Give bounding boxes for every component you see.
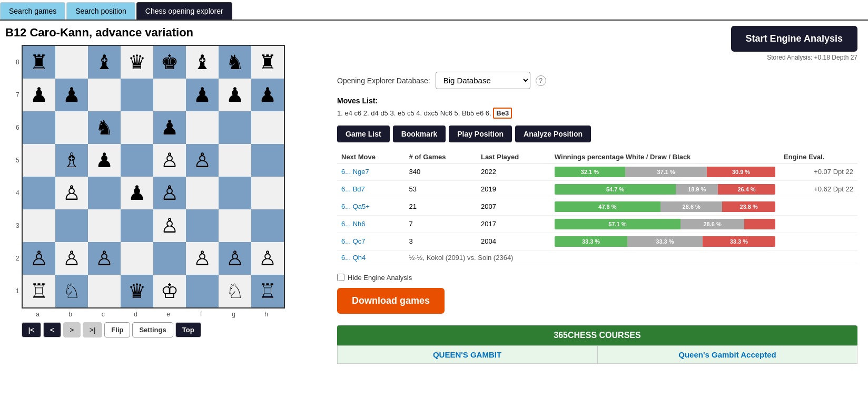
square-b7[interactable]: ♟	[55, 79, 88, 111]
square-c7[interactable]	[88, 79, 121, 111]
download-games-button[interactable]: Download games	[337, 288, 445, 314]
flip-button[interactable]: Flip	[104, 322, 130, 338]
square-a1[interactable]: ♖	[23, 275, 55, 307]
rank-label-1: 1	[16, 275, 19, 307]
first-move-button[interactable]: |<	[22, 322, 41, 338]
square-f8[interactable]: ♝	[186, 46, 219, 79]
square-a6[interactable]	[23, 111, 55, 144]
top-button[interactable]: Top	[175, 322, 201, 338]
square-c8[interactable]: ♝	[88, 46, 121, 79]
square-e2[interactable]	[153, 242, 186, 275]
square-b8[interactable]	[55, 46, 88, 79]
square-a5[interactable]	[23, 144, 55, 177]
square-d8[interactable]: ♛	[121, 46, 153, 79]
square-f1[interactable]	[186, 275, 219, 307]
square-a4[interactable]	[23, 177, 55, 209]
square-c1[interactable]	[88, 275, 121, 307]
win-bar: 57.1 % 28.6 %	[555, 219, 775, 229]
square-b5[interactable]: ♗	[55, 144, 88, 177]
square-h5[interactable]	[251, 144, 284, 177]
square-f3[interactable]	[186, 209, 219, 242]
db-select[interactable]: Big Database My Games Lichess Masters	[436, 72, 530, 89]
square-f2[interactable]: ♙	[186, 242, 219, 275]
settings-button[interactable]: Settings	[132, 322, 173, 338]
square-d3[interactable]	[121, 209, 153, 242]
square-h7[interactable]: ♟	[251, 79, 284, 111]
bookmark-button[interactable]: Bookmark	[393, 126, 446, 142]
square-g4[interactable]	[219, 177, 251, 209]
next-move-button[interactable]: >	[63, 322, 81, 338]
move-link[interactable]: 6... Qc7	[341, 237, 366, 245]
game-list-button[interactable]: Game List	[337, 126, 390, 142]
square-h1[interactable]: ♖	[251, 275, 284, 307]
hide-engine-checkbox[interactable]	[337, 274, 344, 281]
square-c5[interactable]: ♟	[88, 144, 121, 177]
course-item-queens-gambit-accepted[interactable]: Queen's Gambit Accepted	[597, 345, 857, 364]
square-e4[interactable]: ♙	[153, 177, 186, 209]
square-a8[interactable]: ♜	[23, 46, 55, 79]
special-move-link[interactable]: 6... Qh4	[341, 254, 366, 262]
square-d6[interactable]	[121, 111, 153, 144]
chess-board[interactable]: ♜ ♝ ♛ ♚ ♝ ♞ ♜ ♟ ♟	[22, 45, 285, 308]
square-b3[interactable]	[55, 209, 88, 242]
square-e1[interactable]: ♔	[153, 275, 186, 307]
special-note: ½-½, Kokol (2091) vs. Soln (2364)	[405, 250, 857, 265]
square-c4[interactable]	[88, 177, 121, 209]
moves-highlight[interactable]: Be3	[493, 108, 512, 119]
tab-search-position[interactable]: Search position	[66, 2, 135, 20]
tab-search-games[interactable]: Search games	[0, 2, 65, 20]
square-b6[interactable]	[55, 111, 88, 144]
move-link[interactable]: 6... Nge7	[341, 168, 369, 176]
start-engine-analysis-button[interactable]: Start Engine Analysis	[731, 26, 857, 52]
th-winnings: Winnings percentage White / Draw / Black	[550, 151, 780, 163]
tab-chess-opening-explorer[interactable]: Chess opening explorer	[136, 2, 232, 20]
square-e3[interactable]: ♙	[153, 209, 186, 242]
square-b1[interactable]: ♘	[55, 275, 88, 307]
square-g1[interactable]: ♘	[219, 275, 251, 307]
square-g5[interactable]	[219, 144, 251, 177]
square-g8[interactable]: ♞	[219, 46, 251, 79]
square-e5[interactable]: ♙	[153, 144, 186, 177]
move-link[interactable]: 6... Bd7	[341, 185, 365, 193]
square-c6[interactable]: ♞	[88, 111, 121, 144]
square-f6[interactable]	[186, 111, 219, 144]
square-g7[interactable]: ♟	[219, 79, 251, 111]
square-d5[interactable]	[121, 144, 153, 177]
move-link[interactable]: 6... Nh6	[341, 220, 366, 228]
analyze-position-button[interactable]: Analyze Position	[515, 126, 591, 142]
square-a2[interactable]: ♙	[23, 242, 55, 275]
square-h2[interactable]: ♙	[251, 242, 284, 275]
square-g6[interactable]	[219, 111, 251, 144]
square-h8[interactable]: ♜	[251, 46, 284, 79]
prev-move-button[interactable]: <	[43, 322, 61, 338]
square-e7[interactable]	[153, 79, 186, 111]
square-h6[interactable]	[251, 111, 284, 144]
square-d2[interactable]	[121, 242, 153, 275]
help-icon[interactable]: ?	[536, 75, 546, 86]
move-link[interactable]: 6... Qa5+	[341, 202, 370, 210]
square-a7[interactable]: ♟	[23, 79, 55, 111]
square-g3[interactable]	[219, 209, 251, 242]
square-a3[interactable]	[23, 209, 55, 242]
square-b4[interactable]: ♙	[55, 177, 88, 209]
square-e6[interactable]: ♟	[153, 111, 186, 144]
square-e8[interactable]: ♚	[153, 46, 186, 79]
square-c2[interactable]: ♙	[88, 242, 121, 275]
file-label-e: e	[152, 311, 185, 318]
last-move-button[interactable]: >|	[83, 322, 102, 338]
square-d1[interactable]: ♛	[121, 275, 153, 307]
square-c3[interactable]	[88, 209, 121, 242]
square-h3[interactable]	[251, 209, 284, 242]
course-item-queens-gambit[interactable]: QUEEN'S GAMBIT	[337, 345, 597, 364]
file-label-f: f	[185, 311, 218, 318]
square-g2[interactable]: ♙	[219, 242, 251, 275]
square-d7[interactable]	[121, 79, 153, 111]
square-h4[interactable]	[251, 177, 284, 209]
square-d4[interactable]: ♟	[121, 177, 153, 209]
play-position-button[interactable]: Play Position	[449, 126, 512, 142]
square-f5[interactable]: ♙	[186, 144, 219, 177]
square-b2[interactable]: ♙	[55, 242, 88, 275]
square-f4[interactable]	[186, 177, 219, 209]
num-games-cell: 53	[405, 180, 476, 198]
square-f7[interactable]: ♟	[186, 79, 219, 111]
